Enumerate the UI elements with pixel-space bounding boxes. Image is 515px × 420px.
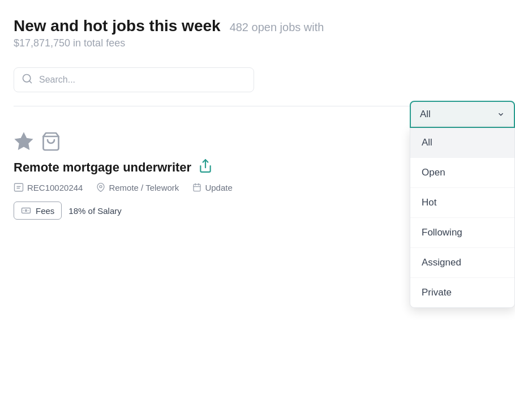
search-filter-row [14, 67, 501, 92]
dropdown-item-following[interactable]: Following [410, 218, 514, 248]
page-container: New and hot jobs this week 482 open jobs… [0, 0, 515, 420]
svg-line-1 [29, 81, 32, 83]
filter-dropdown: All Open Hot Following Assigned Private [410, 128, 515, 308]
dropdown-item-hot[interactable]: Hot [410, 188, 514, 218]
basket-icon[interactable] [41, 131, 61, 152]
dropdown-item-open[interactable]: Open [410, 158, 514, 188]
location-icon [96, 183, 105, 192]
title-row: New and hot jobs this week 482 open jobs… [14, 17, 501, 35]
search-input[interactable] [14, 67, 254, 92]
page-title: New and hot jobs this week [14, 17, 221, 35]
svg-rect-5 [15, 183, 23, 191]
job-location: Remote / Telework [109, 183, 179, 192]
star-icon[interactable] [14, 131, 34, 152]
filter-select-wrapper: All All Open Hot Following Assigned [410, 101, 515, 308]
svg-point-8 [100, 186, 102, 188]
dropdown-item-private[interactable]: Private [410, 278, 514, 307]
job-id: REC10020244 [27, 183, 83, 192]
fee-badge: Fees [14, 202, 62, 220]
job-title: Remote mortgage underwriter [14, 160, 191, 175]
id-icon [14, 182, 24, 192]
svg-point-14 [25, 210, 27, 212]
share-icon[interactable] [198, 158, 213, 177]
filter-selected-value[interactable]: All [410, 101, 515, 128]
dropdown-item-all[interactable]: All [410, 128, 514, 158]
job-id-meta: REC10020244 [14, 182, 83, 192]
header-section: New and hot jobs this week 482 open jobs… [14, 17, 501, 49]
money-icon [21, 205, 31, 216]
chevron-down-icon [497, 110, 505, 118]
open-jobs-text: 482 open jobs with [230, 21, 324, 34]
svg-rect-9 [194, 185, 200, 191]
job-location-meta: Remote / Telework [96, 183, 179, 192]
search-icon [22, 73, 33, 87]
fees-label: Fees [36, 206, 54, 216]
dropdown-item-assigned[interactable]: Assigned [410, 248, 514, 278]
job-updated-meta: Update [192, 183, 232, 192]
job-updated: Update [205, 183, 232, 192]
total-fees: $17,871,750 in total fees [14, 37, 501, 49]
svg-marker-2 [15, 133, 32, 149]
calendar-icon [192, 183, 201, 192]
fees-value: 18% of Salary [68, 206, 121, 216]
search-wrapper [14, 67, 254, 92]
